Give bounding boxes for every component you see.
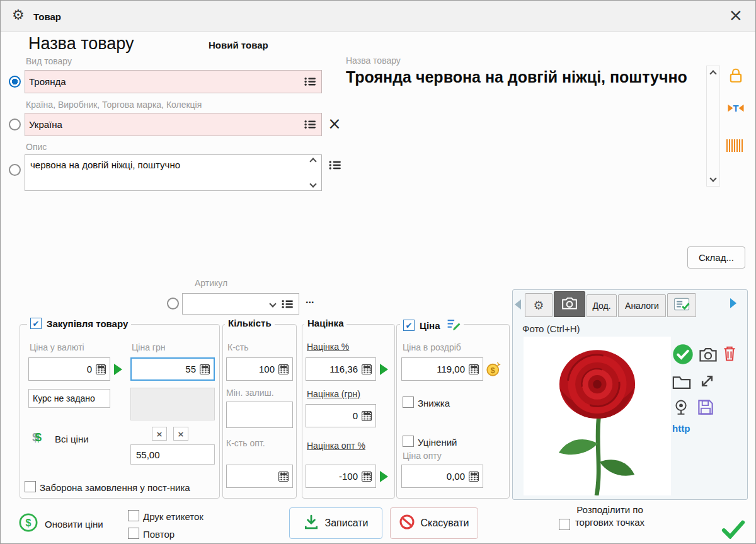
min-stock-input[interactable] bbox=[227, 410, 292, 420]
desc-text[interactable]: червона на довгій ніжці, поштучно bbox=[25, 155, 305, 190]
calculator-icon[interactable] bbox=[362, 411, 372, 421]
confirm-icon[interactable] bbox=[721, 520, 745, 541]
coin-icon[interactable] bbox=[486, 360, 503, 379]
name-convert-icon[interactable] bbox=[726, 100, 745, 119]
brand-label: Країна, Виробник, Торгова марка, Колекці… bbox=[26, 100, 202, 110]
photo-accept-icon[interactable] bbox=[672, 344, 694, 367]
kind-list-icon[interactable] bbox=[304, 77, 316, 86]
repeat-checkbox[interactable] bbox=[128, 528, 139, 539]
print-labels-checkbox[interactable] bbox=[128, 510, 139, 521]
uah-price-field[interactable] bbox=[130, 357, 215, 381]
desc-radio[interactable] bbox=[9, 164, 21, 176]
opt-qty-input[interactable] bbox=[227, 471, 277, 482]
desc-spin-down-icon[interactable] bbox=[309, 180, 316, 187]
lock-icon[interactable] bbox=[729, 67, 743, 86]
qty-input[interactable] bbox=[227, 364, 277, 374]
currency-price-field[interactable] bbox=[28, 357, 110, 381]
opt-price-input[interactable] bbox=[402, 471, 467, 482]
markup-opt-field[interactable] bbox=[306, 465, 376, 488]
desc-field[interactable]: червона на довгій ніжці, поштучно bbox=[25, 154, 322, 191]
tab-settings[interactable]: ⚙ bbox=[525, 293, 553, 317]
calculator-icon[interactable] bbox=[278, 472, 289, 482]
product-photo bbox=[524, 337, 671, 495]
markup-uah-field[interactable] bbox=[306, 404, 376, 427]
photo-expand-icon[interactable] bbox=[699, 373, 716, 392]
barcode-icon[interactable] bbox=[726, 139, 743, 152]
photo-capture-icon[interactable] bbox=[699, 347, 718, 364]
brand-radio[interactable] bbox=[9, 119, 21, 130]
calculator-icon[interactable] bbox=[362, 364, 372, 374]
markup-uah-label[interactable]: Націнка (грн) bbox=[307, 389, 360, 399]
markup-percent-label[interactable]: Націнка % bbox=[307, 342, 349, 352]
qty-field[interactable] bbox=[226, 357, 293, 381]
tabs-scroll-left-icon[interactable] bbox=[515, 299, 521, 310]
markup-percent-input[interactable] bbox=[306, 364, 360, 374]
currency-toggle-1-icon[interactable]: × bbox=[152, 427, 167, 441]
retail-price-field[interactable] bbox=[401, 357, 483, 381]
apply-markup-arrow-icon[interactable] bbox=[380, 364, 388, 375]
scroll-up-icon[interactable] bbox=[709, 70, 716, 77]
update-prices-button[interactable]: Оновити ціни bbox=[18, 512, 103, 535]
name-scrollbar[interactable] bbox=[706, 66, 720, 187]
calculator-icon[interactable] bbox=[469, 472, 479, 482]
photo-http-link[interactable]: http bbox=[672, 423, 690, 434]
apply-opt-markup-arrow-icon[interactable] bbox=[380, 471, 388, 482]
kind-radio[interactable] bbox=[9, 76, 21, 88]
kind-field[interactable] bbox=[25, 70, 322, 93]
cancel-button[interactable]: Скасувати bbox=[390, 507, 478, 539]
distribute-checkbox[interactable] bbox=[559, 519, 570, 530]
close-button[interactable]: × bbox=[728, 6, 743, 23]
tab-photo[interactable] bbox=[554, 291, 585, 317]
price-checkbox[interactable] bbox=[403, 320, 415, 331]
uah-price-input[interactable] bbox=[132, 364, 198, 374]
ban-order-checkbox[interactable] bbox=[25, 481, 36, 492]
tabs-scroll-right-icon[interactable] bbox=[730, 298, 736, 308]
sklad-button[interactable]: Склад... bbox=[687, 246, 745, 269]
artikul-list-icon[interactable] bbox=[282, 299, 294, 309]
currency-price-input[interactable] bbox=[29, 364, 94, 374]
calculator-icon[interactable] bbox=[469, 364, 479, 374]
all-prices-link[interactable]: Всі ціни bbox=[55, 434, 89, 444]
calculator-icon[interactable] bbox=[362, 472, 372, 482]
purchase-checkbox[interactable] bbox=[30, 318, 42, 329]
webcam-icon[interactable] bbox=[673, 399, 689, 419]
price-edit-icon[interactable] bbox=[445, 318, 461, 333]
artikul-combo[interactable] bbox=[182, 293, 299, 315]
discount-checkbox[interactable] bbox=[403, 396, 414, 408]
photo-save-icon[interactable] bbox=[697, 399, 714, 418]
brand-field[interactable] bbox=[25, 113, 322, 136]
retail-price-input[interactable] bbox=[402, 364, 467, 374]
brand-list-icon[interactable] bbox=[304, 120, 316, 129]
markup-opt-input[interactable] bbox=[306, 471, 360, 482]
kind-input[interactable] bbox=[25, 76, 302, 87]
save-button[interactable]: Записати bbox=[289, 507, 382, 539]
copy-price-arrow-icon[interactable] bbox=[114, 364, 122, 375]
product-name-text[interactable]: Троянда червона на довгій ніжці, поштучн… bbox=[346, 66, 702, 89]
markup-opt-label[interactable]: Націнка опт % bbox=[307, 441, 365, 451]
desc-spin-up-icon[interactable] bbox=[309, 158, 316, 165]
opt-price-field[interactable] bbox=[401, 465, 483, 488]
opt-qty-field[interactable] bbox=[226, 465, 293, 488]
desc-list-icon[interactable] bbox=[329, 160, 341, 173]
currency-toggle-2-icon[interactable]: × bbox=[173, 427, 188, 441]
min-stock-field[interactable] bbox=[226, 402, 293, 428]
brand-input[interactable] bbox=[25, 119, 302, 130]
tab-checklist[interactable] bbox=[667, 293, 696, 317]
course-box[interactable]: Курс не задано bbox=[28, 389, 110, 408]
photo-open-icon[interactable] bbox=[672, 375, 691, 392]
tab-analogy[interactable]: Аналоги bbox=[618, 294, 666, 317]
calculator-icon[interactable] bbox=[96, 364, 106, 374]
calculator-icon[interactable] bbox=[200, 364, 210, 374]
artikul-more-button[interactable]: ... bbox=[306, 294, 314, 306]
markdown-checkbox[interactable] bbox=[403, 436, 414, 447]
markup-uah-input[interactable] bbox=[306, 410, 360, 421]
calculator-icon[interactable] bbox=[278, 364, 289, 374]
photo-delete-icon[interactable] bbox=[723, 345, 736, 364]
tab-dod[interactable]: Дод. bbox=[587, 294, 617, 317]
artikul-dropdown-icon[interactable] bbox=[269, 300, 276, 307]
markup-percent-field[interactable] bbox=[306, 357, 376, 381]
scroll-down-icon[interactable] bbox=[709, 175, 716, 182]
artikul-radio[interactable] bbox=[167, 298, 179, 310]
brand-clear-icon[interactable]: × bbox=[328, 115, 341, 132]
artikul-input[interactable] bbox=[183, 299, 270, 310]
